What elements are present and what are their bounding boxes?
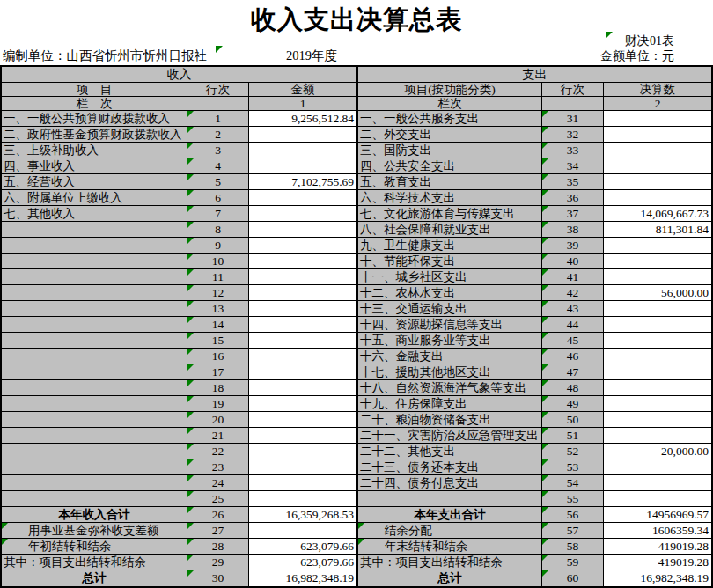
expense-item-cell[interactable]: 十六、金融支出 xyxy=(358,349,542,364)
income-item-cell[interactable] xyxy=(2,285,187,301)
income-item-cell[interactable]: 用事业基金弥补收支差额 xyxy=(2,523,187,539)
expense-line-cell[interactable]: 46 xyxy=(542,349,604,364)
expense-amount-cell[interactable]: 20,000.00 xyxy=(604,444,711,459)
income-item-cell[interactable] xyxy=(2,364,187,380)
income-amount-cell[interactable] xyxy=(249,428,358,444)
income-amount-cell[interactable] xyxy=(249,396,358,412)
income-line-cell[interactable]: 17 xyxy=(187,364,249,380)
income-line-header[interactable]: 行次 xyxy=(187,83,249,97)
income-amount-cell[interactable] xyxy=(249,523,358,539)
income-item-cell[interactable] xyxy=(2,380,187,396)
expense-item-cell[interactable]: 十一、城乡社区支出 xyxy=(358,269,542,285)
expense-line-cell[interactable]: 39 xyxy=(542,238,604,254)
expense-item-cell[interactable]: 二十一、灾害防治及应急管理支出 xyxy=(358,428,542,444)
expense-amount-cell[interactable] xyxy=(604,254,711,269)
expense-line-cell[interactable]: 49 xyxy=(542,396,604,412)
income-amount-cell[interactable]: 623,079.66 xyxy=(249,555,358,570)
expense-amount-header[interactable]: 决算数 xyxy=(604,83,711,97)
expense-line-cell[interactable]: 47 xyxy=(542,364,604,380)
expense-amount-cell[interactable] xyxy=(604,333,711,349)
income-item-header[interactable]: 项 目 xyxy=(2,83,187,97)
income-amount-cell[interactable] xyxy=(249,238,358,254)
index-col-2[interactable]: 2 xyxy=(604,97,711,111)
income-item-cell[interactable]: 二、政府性基金预算财政拨款收入 xyxy=(2,127,187,143)
income-line-cell[interactable]: 4 xyxy=(187,158,249,174)
income-line-cell[interactable]: 15 xyxy=(187,333,249,349)
expense-amount-cell[interactable] xyxy=(604,349,711,364)
income-item-cell[interactable] xyxy=(2,491,187,507)
income-item-cell[interactable]: 一、一般公共预算财政拨款收入 xyxy=(2,111,187,127)
income-item-cell[interactable]: 其中：项目支出结转和结余 xyxy=(2,555,187,570)
income-amount-cell[interactable] xyxy=(249,158,358,174)
income-item-cell[interactable] xyxy=(2,396,187,412)
expense-amount-cell[interactable]: 419019.28 xyxy=(604,555,711,570)
expense-amount-cell[interactable] xyxy=(604,127,711,143)
income-line-cell[interactable]: 10 xyxy=(187,254,249,269)
income-line-cell[interactable]: 7 xyxy=(187,206,249,222)
expense-amount-cell[interactable] xyxy=(604,143,711,158)
income-line-cell[interactable]: 5 xyxy=(187,174,249,190)
expense-amount-cell[interactable]: 811,301.84 xyxy=(604,222,711,238)
income-amount-header[interactable]: 金额 xyxy=(249,83,358,97)
expense-item-cell[interactable]: 十八、自然资源海洋气象等支出 xyxy=(358,380,542,396)
expense-item-header[interactable]: 项目(按功能分类) xyxy=(358,83,542,97)
expense-item-cell[interactable]: 本年支出合计 xyxy=(358,507,542,523)
expense-amount-cell[interactable]: 14,069,667.73 xyxy=(604,206,711,222)
expense-item-cell[interactable]: 二、外交支出 xyxy=(358,127,542,143)
income-amount-cell[interactable]: 7,102,755.69 xyxy=(249,174,358,190)
income-item-cell[interactable]: 四、事业收入 xyxy=(2,158,187,174)
income-line-cell[interactable]: 19 xyxy=(187,396,249,412)
income-amount-cell[interactable] xyxy=(249,491,358,507)
income-line-cell[interactable]: 13 xyxy=(187,301,249,317)
income-line-cell[interactable]: 3 xyxy=(187,143,249,158)
index-col-1[interactable]: 1 xyxy=(249,97,358,111)
expense-amount-cell[interactable] xyxy=(604,174,711,190)
income-amount-cell[interactable] xyxy=(249,412,358,428)
expense-item-cell[interactable]: 十三、交通运输支出 xyxy=(358,301,542,317)
index-row-label-right[interactable]: 栏次 xyxy=(358,97,542,111)
income-line-cell[interactable]: 1 xyxy=(187,111,249,127)
income-line-cell[interactable]: 30 xyxy=(187,570,249,586)
income-item-cell[interactable] xyxy=(2,301,187,317)
income-amount-cell[interactable] xyxy=(249,285,358,301)
income-item-cell[interactable] xyxy=(2,333,187,349)
expense-item-cell[interactable]: 二十三、债务还本支出 xyxy=(358,459,542,475)
income-amount-cell[interactable] xyxy=(249,364,358,380)
income-item-cell[interactable] xyxy=(2,222,187,238)
income-line-cell[interactable]: 8 xyxy=(187,222,249,238)
income-amount-cell[interactable] xyxy=(249,349,358,364)
expense-amount-cell[interactable] xyxy=(604,412,711,428)
income-item-cell[interactable]: 总计 xyxy=(2,570,187,586)
income-item-cell[interactable] xyxy=(2,428,187,444)
income-amount-cell[interactable] xyxy=(249,254,358,269)
expense-line-cell[interactable]: 51 xyxy=(542,428,604,444)
income-amount-cell[interactable]: 9,256,512.84 xyxy=(249,111,358,127)
income-amount-cell[interactable]: 623,079.66 xyxy=(249,539,358,555)
income-amount-cell[interactable] xyxy=(249,475,358,491)
income-amount-cell[interactable] xyxy=(249,222,358,238)
expense-item-cell[interactable]: 十二、农林水支出 xyxy=(358,285,542,301)
expense-amount-cell[interactable]: 419019.28 xyxy=(604,539,711,555)
income-item-cell[interactable]: 本年收入合计 xyxy=(2,507,187,523)
income-amount-cell[interactable] xyxy=(249,317,358,333)
income-line-cell[interactable]: 9 xyxy=(187,238,249,254)
expense-item-cell[interactable]: 二十四、债务付息支出 xyxy=(358,475,542,491)
expense-line-cell[interactable]: 32 xyxy=(542,127,604,143)
income-item-cell[interactable]: 六、附属单位上缴收入 xyxy=(2,190,187,206)
expense-line-cell[interactable]: 35 xyxy=(542,174,604,190)
expense-line-cell[interactable]: 34 xyxy=(542,158,604,174)
income-line-cell[interactable]: 28 xyxy=(187,539,249,555)
income-amount-cell[interactable] xyxy=(249,269,358,285)
income-amount-cell[interactable] xyxy=(249,333,358,349)
expense-item-cell[interactable]: 年末结转和结余 xyxy=(358,539,542,555)
income-section-header[interactable]: 收入 xyxy=(2,67,358,83)
expense-line-cell[interactable]: 54 xyxy=(542,475,604,491)
expense-line-cell[interactable]: 31 xyxy=(542,111,604,127)
index-row-blank[interactable] xyxy=(187,97,249,111)
income-item-cell[interactable] xyxy=(2,269,187,285)
expense-amount-cell[interactable] xyxy=(604,301,711,317)
expense-item-cell[interactable]: 总计 xyxy=(358,570,542,586)
index-row-blank[interactable] xyxy=(542,97,604,111)
expense-amount-cell[interactable] xyxy=(604,190,711,206)
income-line-cell[interactable]: 16 xyxy=(187,349,249,364)
